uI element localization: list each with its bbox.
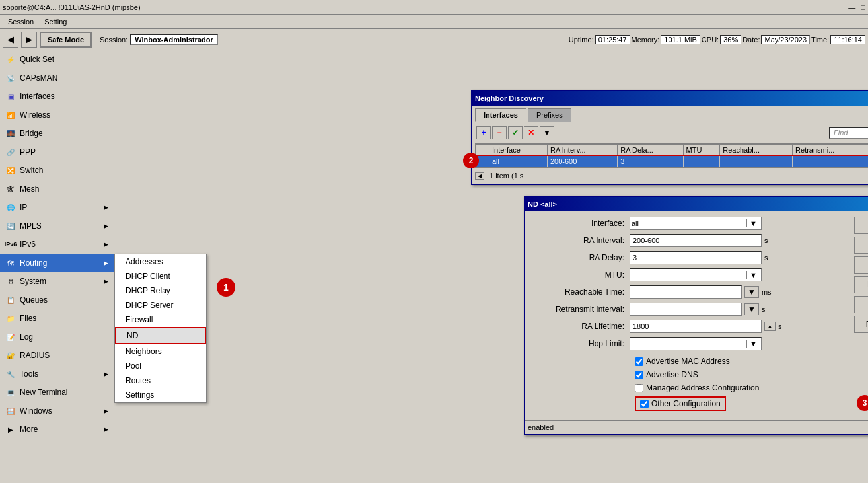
ra-delay-field: s	[630, 251, 849, 264]
nd-remove-btn[interactable]: −	[492, 126, 507, 139]
submenu-neighbors[interactable]: Neighbors	[115, 344, 206, 359]
ip-arrow-icon: ▶	[104, 204, 108, 211]
sidebar-item-mpls[interactable]: 🔄 MPLS ▶	[0, 217, 114, 235]
more-icon: ▶	[5, 424, 16, 435]
sidebar-item-files[interactable]: 📁 Files	[0, 309, 114, 328]
sidebar-item-bridge[interactable]: 🌉 Bridge	[0, 124, 114, 143]
retransmit-label: Retransmit Interval:	[530, 305, 630, 314]
checkbox-row-mac: Advertise MAC Address	[635, 357, 849, 366]
menu-session[interactable]: Session	[3, 17, 39, 27]
safe-mode-button[interactable]: Safe Mode	[40, 32, 92, 48]
copy-button[interactable]: Copy	[854, 296, 868, 313]
nd-filter-btn[interactable]: ▼	[540, 126, 554, 139]
nd-add-btn[interactable]: +	[476, 126, 491, 139]
ra-delay-input[interactable]	[630, 251, 762, 264]
ra-lifetime-input[interactable]	[630, 320, 762, 333]
submenu-firewall[interactable]: Firewall	[115, 313, 206, 327]
retransmit-input[interactable]	[630, 303, 742, 316]
cpu-value: 36%	[720, 35, 741, 44]
sidebar-item-queues[interactable]: 📋 Queues	[0, 291, 114, 309]
tab-prefixes[interactable]: Prefixes	[528, 108, 571, 122]
sidebar-item-capsman[interactable]: 📡 CAPsMAN	[0, 69, 114, 87]
submenu-pool[interactable]: Pool	[115, 359, 206, 373]
interface-dropdown[interactable]: all ▼	[630, 217, 762, 230]
routing-arrow-icon: ▶	[104, 260, 108, 266]
nd-content: Interfaces Prefixes + − ✓ ✕ ▼ Find 2	[472, 106, 868, 184]
row-ra-interval: 200-600	[547, 156, 617, 167]
sidebar-item-interfaces[interactable]: ▣ Interfaces	[0, 87, 114, 106]
ra-lifetime-up-btn[interactable]: ▲	[764, 322, 776, 331]
nd-cross-btn[interactable]: ✕	[524, 126, 538, 139]
sidebar-item-switch[interactable]: 🔀 Switch	[0, 161, 114, 180]
advertise-mac-checkbox[interactable]	[635, 357, 643, 366]
mtu-dropdown[interactable]: ▼	[630, 268, 762, 281]
time-value: 11:16:14	[830, 35, 865, 44]
managed-address-checkbox[interactable]	[635, 384, 643, 392]
sidebar-item-ipv6[interactable]: IPv6 IPv6 ▶	[0, 235, 114, 254]
annotation-1: 1	[217, 278, 235, 297]
sidebar-item-windows[interactable]: 🪟 Windows ▶	[0, 402, 114, 420]
sidebar-item-ip[interactable]: 🌐 IP ▶	[0, 198, 114, 217]
sidebar-item-log[interactable]: 📝 Log	[0, 328, 114, 346]
sidebar-label-system: System	[20, 277, 46, 286]
submenu-routes[interactable]: Routes	[115, 373, 206, 388]
retransmit-dropdown-btn[interactable]: ▼	[744, 303, 759, 315]
cancel-button[interactable]: Cancel	[854, 237, 868, 254]
ra-lifetime-unit: s	[778, 322, 782, 330]
sidebar-item-ppp[interactable]: 🔗 PPP	[0, 143, 114, 161]
submenu-dhcp-client[interactable]: DHCP Client	[115, 269, 206, 283]
ra-interval-input[interactable]	[630, 234, 762, 247]
nd-scroll-row: ◀ 1 item (1 s	[475, 170, 868, 181]
interface-dropdown-btn[interactable]: ▼	[746, 219, 760, 227]
sidebar-item-routing[interactable]: 🗺 Routing ▶	[0, 254, 114, 272]
disable-button[interactable]: Disable	[854, 276, 868, 293]
nd-title-text: Neighbor Discovery	[475, 94, 868, 102]
scroll-left-btn[interactable]: ◀	[475, 172, 484, 180]
table-row[interactable]: all 200-600 3 1	[476, 156, 869, 167]
reachable-input[interactable]	[630, 285, 742, 299]
ok-button[interactable]: OK	[854, 217, 868, 234]
col-check	[476, 145, 489, 156]
uptime-value: 01:25:47	[595, 35, 630, 44]
reachable-dropdown-btn[interactable]: ▼	[744, 286, 759, 298]
submenu-dhcp-server[interactable]: DHCP Server	[115, 298, 206, 313]
sidebar-item-radius[interactable]: 🔐 RADIUS	[0, 346, 114, 365]
apply-button[interactable]: Apply	[854, 256, 868, 274]
submenu-settings[interactable]: Settings	[115, 388, 206, 402]
windows-icon: 🪟	[5, 406, 16, 416]
back-button[interactable]: ◀	[3, 32, 18, 48]
sidebar-item-quick-set[interactable]: ⚡ Quick Set	[0, 50, 114, 69]
form-row-interface: Interface: all ▼	[530, 217, 849, 230]
nd-check-btn[interactable]: ✓	[508, 126, 523, 139]
mtu-dropdown-btn[interactable]: ▼	[746, 271, 760, 279]
col-ra-delay: RA Dela...	[618, 145, 683, 156]
submenu-nd[interactable]: ND	[115, 327, 206, 344]
wireless-icon: 📶	[5, 110, 16, 120]
sidebar-item-wireless[interactable]: 📶 Wireless	[0, 106, 114, 124]
checkbox-row-dns: Advertise DNS	[635, 370, 849, 379]
tab-interfaces[interactable]: Interfaces	[475, 108, 526, 122]
other-config-checkbox[interactable]	[640, 400, 649, 408]
date-label: Date:	[742, 36, 760, 44]
advertise-dns-checkbox[interactable]	[635, 371, 643, 379]
sidebar-item-tools[interactable]: 🔧 Tools ▶	[0, 365, 114, 383]
other-config-label: Other Configuration	[651, 399, 721, 408]
sidebar-item-more[interactable]: ▶ More ▶	[0, 420, 114, 439]
submenu-dhcp-relay[interactable]: DHCP Relay	[115, 283, 206, 298]
nd-table-wrap[interactable]: Interface RA Interv... RA Dela... MTU Re…	[475, 143, 868, 168]
nd-tab-bar: Interfaces Prefixes	[475, 108, 868, 122]
remove-button[interactable]: Remove	[854, 316, 868, 333]
submenu-addresses[interactable]: Addresses	[115, 254, 206, 269]
interface-value: all	[632, 219, 639, 227]
form-row-mtu: MTU: ▼	[530, 268, 849, 281]
sidebar-item-system[interactable]: ⚙ System ▶	[0, 272, 114, 291]
hop-limit-dropdown-btn[interactable]: ▼	[746, 340, 760, 348]
forward-button[interactable]: ▶	[21, 32, 37, 48]
sidebar-item-new-terminal[interactable]: 💻 New Terminal	[0, 383, 114, 402]
form-row-ra-delay: RA Delay: s	[530, 251, 849, 264]
ra-interval-field: s	[630, 234, 849, 247]
hop-limit-dropdown[interactable]: ▼	[630, 337, 762, 350]
sidebar-item-mesh[interactable]: 🕸 Mesh	[0, 180, 114, 198]
menu-setting[interactable]: Setting	[39, 17, 72, 27]
nd-find-input[interactable]: Find	[829, 127, 868, 139]
